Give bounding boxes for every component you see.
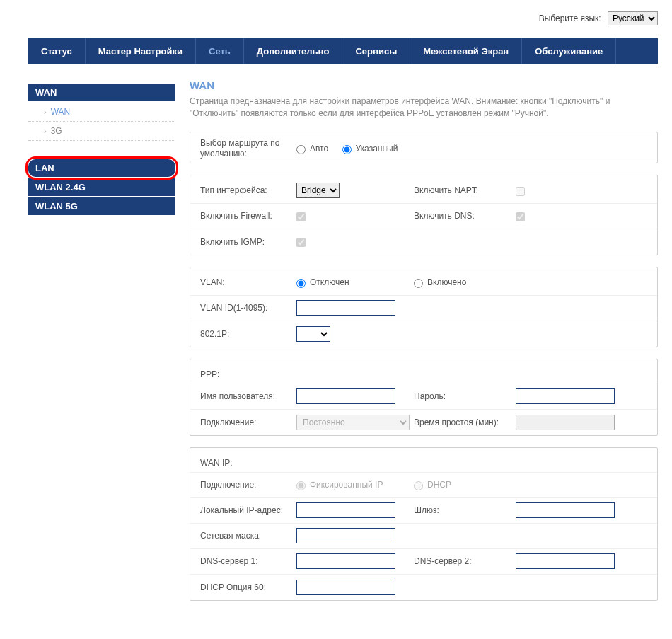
sidebar-cat-wan[interactable]: WAN <box>28 84 175 101</box>
napt-label: Включить NAPT: <box>410 185 516 195</box>
dhcp-opt60-label: DHCP Опция 60: <box>190 582 296 592</box>
wanip-dhcp-radio <box>414 481 423 490</box>
vlan-label: VLAN: <box>190 277 296 287</box>
route-specified-option[interactable]: Указанный <box>342 144 398 154</box>
main-content: WAN Страница предназначена для настройки… <box>190 79 658 612</box>
vlan-on-option[interactable]: Включено <box>414 277 466 287</box>
vlan-on-radio[interactable] <box>414 279 423 288</box>
firewall-checkbox <box>296 212 306 221</box>
language-bar: Выберите язык: Русский <box>28 8 658 38</box>
ppp-idle-input <box>516 415 615 430</box>
sidebar-item-3g[interactable]: 3G <box>28 122 175 141</box>
dns2-input[interactable] <box>516 553 615 569</box>
iftype-select[interactable]: Bridge <box>296 183 340 198</box>
vlan-id-label: VLAN ID(1-4095): <box>190 303 296 313</box>
ppp-conn-select: Постоянно <box>296 415 410 430</box>
wanip-section-title: WAN IP: <box>190 451 657 473</box>
local-ip-label: Локальный IP-адрес: <box>190 505 296 515</box>
panel-ppp: PPP: Имя пользователя: Пароль: Подключен… <box>190 359 658 436</box>
vlan-off-radio[interactable] <box>296 279 306 288</box>
gateway-input[interactable] <box>516 502 615 518</box>
wanip-conn-label: Подключение: <box>190 480 296 490</box>
panel-interface: Тип интерфейса: Bridge Включить NAPT: Вк… <box>190 175 658 255</box>
language-select[interactable]: Русский <box>608 11 658 25</box>
nav-services[interactable]: Сервисы <box>342 38 410 64</box>
dns1-input[interactable] <box>296 553 395 569</box>
nav-firewall[interactable]: Межсетевой Экран <box>410 38 522 64</box>
panel-vlan: VLAN: Отключен Включено VLAN ID(1-4095):… <box>190 267 658 347</box>
nav-wizard[interactable]: Мастер Настройки <box>86 38 196 64</box>
gateway-label: Шлюз: <box>410 505 516 515</box>
sidebar: WAN WAN 3G LAN WLAN 2.4G WLAN 5G <box>28 79 175 612</box>
wanip-fixed-option: Фиксированный IP <box>296 480 383 490</box>
vlan-8021p-select[interactable] <box>296 326 330 342</box>
ppp-user-input[interactable] <box>296 388 395 404</box>
page-title: WAN <box>190 79 658 91</box>
route-auto-option[interactable]: Авто <box>296 144 328 154</box>
ppp-idle-label: Время простоя (мин): <box>410 418 516 427</box>
dns1-label: DNS-сервер 1: <box>190 556 296 566</box>
nav-network[interactable]: Сеть <box>196 38 244 64</box>
nav-status[interactable]: Статус <box>28 38 86 64</box>
sidebar-cat-wlan24[interactable]: WLAN 2.4G <box>28 178 175 196</box>
ppp-pass-label: Пароль: <box>410 391 516 401</box>
top-nav: Статус Мастер Настройки Сеть Дополнитель… <box>28 38 658 64</box>
dhcp-opt60-input[interactable] <box>296 580 395 595</box>
iftype-label: Тип интерфейса: <box>190 185 296 195</box>
dns-checkbox <box>516 212 525 221</box>
language-label: Выберите язык: <box>539 13 601 23</box>
vlan-id-input[interactable] <box>296 300 395 316</box>
ppp-section-title: PPP: <box>190 362 657 384</box>
firewall-label: Включить Firewall: <box>190 211 296 221</box>
nav-maintenance[interactable]: Обслуживание <box>522 38 616 64</box>
igmp-checkbox <box>296 238 306 247</box>
vlan-8021p-label: 802.1P: <box>190 329 296 339</box>
netmask-label: Сетевая маска: <box>190 531 296 541</box>
local-ip-input[interactable] <box>296 502 395 518</box>
ppp-conn-label: Подключение: <box>190 418 296 427</box>
route-auto-radio[interactable] <box>296 145 306 154</box>
page-description: Страница предназначена для настройки пар… <box>190 96 658 120</box>
dns-label: Включить DNS: <box>410 211 516 221</box>
nav-advanced[interactable]: Дополнительно <box>244 38 343 64</box>
ppp-user-label: Имя пользователя: <box>190 391 296 401</box>
netmask-input[interactable] <box>296 528 395 543</box>
igmp-label: Включить IGMP: <box>190 237 296 247</box>
panel-default-route: Выбор маршрута по умолчанию: Авто Указан… <box>190 132 658 163</box>
panel-wanip: WAN IP: Подключение: Фиксированный IP DH… <box>190 447 658 601</box>
napt-checkbox <box>516 187 525 196</box>
default-route-label: Выбор маршрута по умолчанию: <box>190 138 296 160</box>
route-specified-radio[interactable] <box>342 145 352 154</box>
dns2-label: DNS-сервер 2: <box>410 556 516 566</box>
wanip-fixed-radio <box>296 481 306 490</box>
sidebar-cat-lan[interactable]: LAN <box>28 159 175 177</box>
sidebar-cat-wlan5[interactable]: WLAN 5G <box>28 197 175 215</box>
ppp-pass-input[interactable] <box>516 388 615 404</box>
sidebar-item-wan[interactable]: WAN <box>28 103 175 122</box>
vlan-off-option[interactable]: Отключен <box>296 277 349 287</box>
wanip-dhcp-option: DHCP <box>414 480 451 490</box>
